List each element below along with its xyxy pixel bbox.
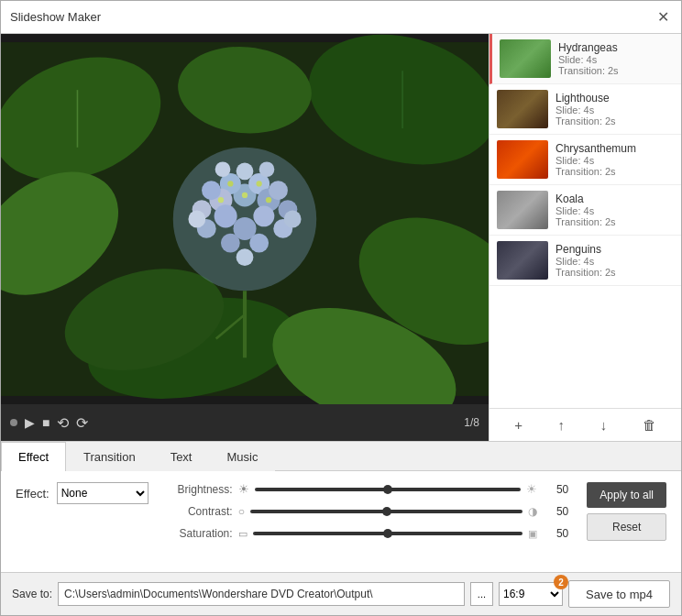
saturation-thumb[interactable] <box>383 529 392 538</box>
svg-point-37 <box>218 197 224 203</box>
svg-point-34 <box>242 192 248 198</box>
slide-name: Penguins <box>556 243 674 256</box>
svg-point-29 <box>215 161 231 177</box>
svg-point-27 <box>249 234 269 253</box>
saturation-row: Saturation: ▭ ▣ 50 <box>167 527 569 540</box>
move-up-button[interactable]: ↑ <box>554 415 570 434</box>
slide-duration: Slide: 4s <box>556 205 674 216</box>
saturation-high-icon: ▣ <box>528 528 537 540</box>
slide-sidebar: HydrangeasSlide: 4sTransition: 2sLightho… <box>489 34 681 441</box>
svg-point-33 <box>236 248 254 266</box>
slide-info: ChrysanthemumSlide: 4sTransition: 2s <box>556 142 674 177</box>
brightness-low-icon: ☀ <box>238 482 249 496</box>
contrast-track[interactable] <box>250 510 522 513</box>
brightness-high-icon: ☀ <box>526 482 537 496</box>
svg-point-35 <box>227 181 233 186</box>
saturation-value: 50 <box>543 527 568 540</box>
slide-name: Lighthouse <box>556 92 674 104</box>
tab-text[interactable]: Text <box>153 442 210 471</box>
controls-bar: ▶ ■ ⟲ ⟳ 1/8 <box>1 404 489 441</box>
list-item[interactable]: ChrysanthemumSlide: 4sTransition: 2s <box>490 135 681 185</box>
contrast-label: Contrast: <box>167 505 233 518</box>
main-area: ▶ ■ ⟲ ⟳ 1/8 HydrangeasSlide: 4sTransitio… <box>1 34 681 441</box>
save-path-input[interactable] <box>58 582 465 606</box>
slide-thumbnail <box>497 140 548 179</box>
slide-transition: Transition: 2s <box>556 166 674 177</box>
contrast-row: Contrast: ○ ◑ 50 <box>167 505 569 518</box>
preview-panel: ▶ ■ ⟲ ⟳ 1/8 <box>1 34 489 441</box>
main-window: Slideshow Maker ✕ <box>0 0 682 616</box>
slide-thumbnail <box>497 90 548 128</box>
svg-point-36 <box>257 181 262 186</box>
seek-position <box>10 419 17 426</box>
list-item[interactable]: HydrangeasSlide: 4sTransition: 2s <box>490 34 681 84</box>
forward-button[interactable]: ⟳ <box>76 414 88 432</box>
slide-duration: Slide: 4s <box>556 256 674 267</box>
contrast-high-icon: ◑ <box>528 505 537 518</box>
svg-point-32 <box>284 211 302 228</box>
svg-point-26 <box>221 234 240 253</box>
video-preview <box>1 34 489 404</box>
rewind-button[interactable]: ⟲ <box>57 414 69 432</box>
sidebar-toolbar: + ↑ ↓ 🗑 <box>490 408 681 441</box>
close-button[interactable]: ✕ <box>654 8 672 27</box>
effect-label: Effect: <box>16 487 50 500</box>
slide-thumbnail <box>497 191 548 229</box>
reset-button[interactable]: Reset <box>587 513 666 541</box>
svg-point-30 <box>259 161 275 177</box>
bottom-panel: EffectTransitionTextMusic Effect: NoneFa… <box>1 441 681 615</box>
progress-label: 1/8 <box>464 416 479 429</box>
apply-to-all-button[interactable]: Apply to all <box>587 482 666 508</box>
slide-transition: Transition: 2s <box>556 216 674 227</box>
effect-left: Effect: NoneFadeBlurGrayscale <box>16 482 148 504</box>
slide-duration: Slide: 4s <box>558 54 674 65</box>
svg-point-38 <box>266 197 271 203</box>
save-mp4-button[interactable]: Save to mp4 <box>568 580 670 608</box>
effect-panel: Effect: NoneFadeBlurGrayscale Brightness… <box>1 471 681 572</box>
svg-point-20 <box>202 181 221 200</box>
saturation-track[interactable] <box>253 532 523 535</box>
brightness-track[interactable] <box>255 488 522 491</box>
window-title: Slideshow Maker <box>10 10 101 24</box>
slide-info: PenguinsSlide: 4sTransition: 2s <box>556 243 674 278</box>
saturation-low-icon: ▭ <box>238 528 248 540</box>
sliders-area: Brightness: ☀ ☀ 50 Contrast: ○ ◑ <box>167 482 569 540</box>
contrast-thumb[interactable] <box>382 507 391 516</box>
list-item[interactable]: PenguinsSlide: 4sTransition: 2s <box>490 236 681 286</box>
save-bar: Save to: ... 16:94:31:1 2 Save to mp4 <box>1 572 681 615</box>
play-button[interactable]: ▶ <box>25 415 35 430</box>
slide-transition: Transition: 2s <box>556 116 674 126</box>
slide-name: Chrysanthemum <box>556 142 674 155</box>
slide-list: HydrangeasSlide: 4sTransition: 2sLightho… <box>490 34 681 408</box>
tab-transition[interactable]: Transition <box>66 442 153 471</box>
move-down-button[interactable]: ↓ <box>596 415 612 434</box>
browse-button[interactable]: ... <box>470 582 493 606</box>
tab-effect[interactable]: Effect <box>1 442 66 471</box>
slide-name: Hydrangeas <box>558 41 674 54</box>
tab-music[interactable]: Music <box>209 442 275 471</box>
svg-point-28 <box>236 162 254 180</box>
brightness-thumb[interactable] <box>383 485 392 494</box>
title-bar: Slideshow Maker ✕ <box>1 1 681 34</box>
list-item[interactable]: KoalaSlide: 4sTransition: 2s <box>490 185 681 236</box>
svg-point-31 <box>188 211 205 228</box>
ratio-badge: 2 <box>554 575 568 589</box>
saturation-label: Saturation: <box>167 527 233 540</box>
slide-thumbnail <box>500 39 551 78</box>
brightness-row: Brightness: ☀ ☀ 50 <box>167 482 569 496</box>
list-item[interactable]: LighthouseSlide: 4sTransition: 2s <box>490 84 681 135</box>
add-slide-button[interactable]: + <box>510 415 527 434</box>
slide-thumbnail <box>497 241 548 280</box>
svg-point-17 <box>214 204 237 227</box>
ratio-select[interactable]: 16:94:31:1 <box>499 582 563 606</box>
video-container <box>1 34 489 404</box>
slide-duration: Slide: 4s <box>556 104 674 116</box>
stop-button[interactable]: ■ <box>42 415 50 430</box>
contrast-value: 50 <box>543 505 568 518</box>
actions-area: Apply to all Reset <box>587 482 666 541</box>
slide-info: HydrangeasSlide: 4sTransition: 2s <box>558 41 674 76</box>
svg-point-18 <box>253 205 274 226</box>
effect-select[interactable]: NoneFadeBlurGrayscale <box>57 482 148 504</box>
delete-slide-button[interactable]: 🗑 <box>638 415 661 434</box>
brightness-value: 50 <box>543 483 568 496</box>
